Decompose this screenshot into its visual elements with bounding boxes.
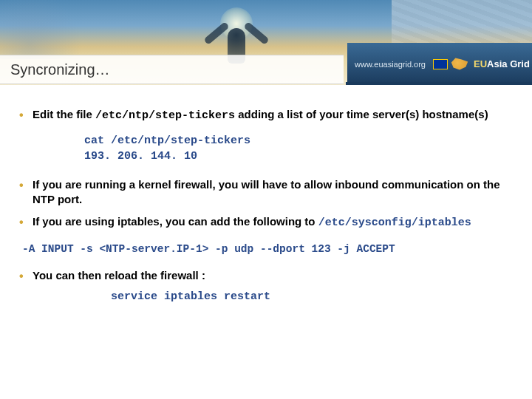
slide-title: Syncronizing…	[10, 61, 110, 78]
eu-flag-icon	[433, 59, 448, 69]
globe-decoration	[0, 0, 89, 59]
slide-banner: www.euasiagrid.org EUAsia Grid Syncroniz…	[0, 0, 532, 85]
code-iptables-rule: -A INPUT -s <NTP-server.IP-1> -p udp --d…	[22, 243, 517, 255]
code-cat-steptickers: cat /etc/ntp/step-tickers 193. 206. 144.…	[84, 134, 517, 164]
code-service-restart: service iptables restart	[111, 290, 517, 303]
path-step-tickers: /etc/ntp/step-tickers	[95, 109, 235, 122]
path-iptables: /etc/sysconfig/iptables	[318, 216, 471, 229]
logo: EUAsia Grid	[433, 57, 530, 72]
bullet-iptables: If you are using iptables, you can add t…	[15, 214, 517, 231]
site-url: www.euasiagrid.org	[355, 60, 426, 69]
bullet-firewall: If you are running a kernel firewall, yo…	[15, 177, 517, 208]
title-bar: Syncronizing…	[0, 55, 344, 84]
bullet-reload: You can then reload the firewall :	[15, 268, 517, 283]
keyboard-decoration	[392, 0, 532, 43]
slide-content: Edit the file /etc/ntp/step-tickers addi…	[15, 107, 517, 303]
asia-map-icon	[449, 57, 470, 72]
logo-text: EUAsia Grid	[474, 58, 530, 69]
bullet-edit-file: Edit the file /etc/ntp/step-tickers addi…	[15, 107, 517, 123]
banner-right-strip: www.euasiagrid.org EUAsia Grid	[347, 43, 532, 85]
